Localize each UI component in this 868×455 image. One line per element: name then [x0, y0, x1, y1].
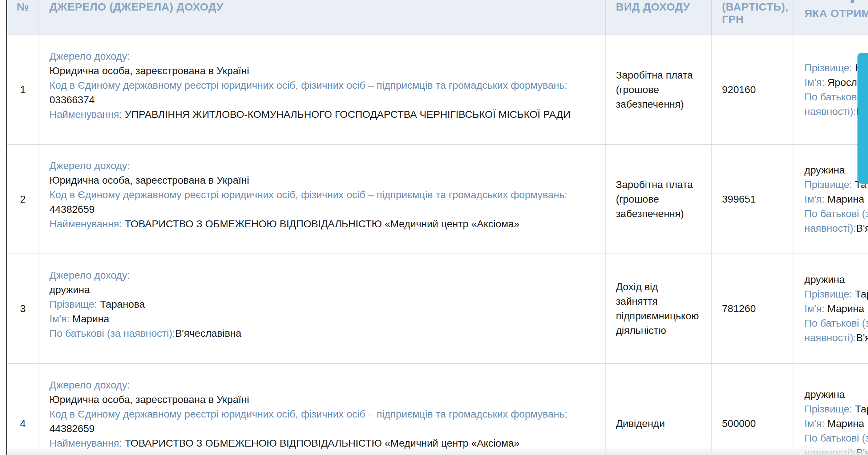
field-value: 44382659 — [49, 423, 95, 434]
field-label: Ім'я: — [49, 313, 72, 324]
table-row: 2Джерело доходу:Юридична особа, зареєстр… — [7, 144, 868, 254]
field-label: Прізвище: — [804, 179, 855, 190]
field-label: Ім'я: — [804, 303, 827, 314]
field-label: Ім'я: — [804, 418, 827, 429]
source-line: Джерело доходу: — [49, 159, 594, 173]
declaration-income-table-page: № ДЖЕРЕЛО (ДЖЕРЕЛА) ДОХОДУ ВИД ДОХОДУ (В… — [0, 0, 868, 455]
field-label: По батькові (за наявності): — [49, 328, 175, 339]
recipient-cell: дружинаПрізвище: ТарІм'я: МаринаПо батьк… — [794, 254, 868, 363]
field-label: наявності): — [804, 106, 856, 117]
income-type-cell: Заробітна плата (грошове забезпечення) — [606, 35, 712, 144]
table-row: 1Джерело доходу:Юридична особа, зареєстр… — [7, 35, 868, 144]
income-source-cell: Джерело доходу:дружинаПрізвище: Таранова… — [39, 254, 606, 363]
recipient-cell: дружинаПрізвище: ТарІм'я: МаринаПо батьк… — [794, 364, 868, 455]
field-value: дружина — [49, 284, 90, 295]
income-source-cell: Джерело доходу:Юридична особа, зареєстро… — [39, 35, 606, 144]
bottom-fade — [7, 446, 868, 455]
field-value: Марина — [827, 418, 864, 429]
source-line: Код в Єдиному державному реєстрі юридичн… — [49, 407, 594, 422]
row-number: 1 — [7, 35, 39, 144]
source-line: Юридична особа, зареєстрована в Україні — [49, 173, 594, 188]
field-label: Прізвище: — [804, 403, 855, 415]
income-type-cell: Заробітна плата (грошове забезпечення) — [606, 145, 712, 254]
field-label: Прізвище: — [49, 299, 100, 310]
field-value: Тар — [855, 403, 868, 415]
field-label: Прізвище: — [804, 62, 855, 73]
field-value: 44382659 — [49, 204, 95, 215]
field-label: Код в Єдиному державному реєстрі юридичн… — [49, 189, 568, 200]
column-header-income-source-label: ДЖЕРЕЛО (ДЖЕРЕЛА) ДОХОДУ — [49, 1, 223, 13]
column-header-amount-line2: ГРН — [722, 13, 786, 25]
recipient-line: дружина — [804, 387, 868, 402]
field-label: По батькові (з — [804, 432, 868, 444]
table-row: 3Джерело доходу:дружинаПрізвище: Таранов… — [7, 254, 868, 363]
recipient-cell: Прізвище: КуІм'я: ЯрослаПо батькові наяв… — [794, 35, 868, 144]
recipient-line: По батькові (з — [804, 207, 868, 221]
field-label: Джерело доходу: — [49, 51, 130, 62]
field-value: 03366374 — [49, 94, 95, 105]
recipient-line: Ім'я: Марина — [804, 192, 868, 207]
recipient-line: По батькові (з — [804, 431, 868, 446]
source-line: 03366374 — [49, 93, 594, 107]
field-value: УПРАВЛІННЯ ЖИТЛОВО-КОМУНАЛЬНОГО ГОСПОДАР… — [125, 109, 571, 120]
field-label: Ім'я: — [804, 77, 827, 88]
field-value: дружина — [804, 164, 845, 176]
income-source-cell: Джерело доходу:Юридична особа, зареєстро… — [39, 364, 606, 455]
column-header-recipient-label: ЯКА ОТРИМ — [804, 7, 868, 19]
field-label: Код в Єдиному державному реєстрі юридичн… — [49, 408, 568, 420]
income-type-cell: Дохід від зайняття підприємницькою діяль… — [606, 254, 712, 363]
source-line: Джерело доходу: — [49, 268, 594, 283]
source-line: Юридична особа, зареєстрована в Україні — [49, 392, 594, 407]
source-line: 44382659 — [49, 202, 594, 217]
vertical-scrollbar-thumb[interactable] — [857, 53, 868, 184]
amount-cell: 781260 — [712, 254, 794, 363]
recipient-line: Прізвище: Тар — [804, 402, 868, 416]
source-line: Код в Єдиному державному реєстрі юридичн… — [49, 78, 594, 93]
amount-value: 781260 — [722, 303, 756, 315]
column-header-number: № — [7, 0, 39, 35]
field-value: ТОВАРИСТВО З ОБМЕЖЕНОЮ ВІДПОВІДАЛЬНІСТЮ … — [125, 218, 520, 230]
field-value: Марина — [72, 313, 109, 324]
source-line: дружина — [49, 283, 594, 297]
source-line: Джерело доходу: — [49, 49, 594, 64]
field-value: В'я — [856, 223, 868, 234]
field-label: Джерело доходу: — [49, 379, 130, 391]
field-label: наявності): — [804, 332, 856, 343]
amount-cell: 500000 — [712, 364, 794, 455]
row-number: 4 — [7, 364, 39, 455]
income-type: Заробітна плата (грошове забезпечення) — [616, 68, 701, 112]
income-type: Дохід від зайняття підприємницькою діяль… — [616, 280, 701, 338]
field-value: Таранова — [100, 299, 145, 310]
field-label: Код в Єдиному державному реєстрі юридичн… — [49, 80, 568, 91]
row-number: 2 — [7, 145, 39, 254]
field-value: В'ячеславівна — [175, 328, 241, 339]
income-type: Заробітна плата (грошове забезпечення) — [616, 177, 701, 221]
column-header-number-label: № — [17, 1, 29, 13]
source-line: Найменування: ТОВАРИСТВО З ОБМЕЖЕНОЮ ВІД… — [49, 217, 594, 231]
field-label: Ім'я: — [804, 193, 827, 205]
field-label: Джерело доходу: — [49, 160, 130, 171]
field-value: Юридична особа, зареєстрована в Україні — [49, 65, 249, 76]
recipient-line: дружина — [804, 272, 868, 287]
field-value: Марина — [827, 193, 864, 205]
recipient-line: По батькові (з — [804, 316, 868, 331]
amount-value: 500000 — [722, 418, 756, 430]
table-body: 1Джерело доходу:Юридична особа, зареєстр… — [7, 35, 868, 455]
recipient-line: наявності):В'я — [804, 331, 868, 345]
field-label: По батькові (з — [804, 318, 868, 329]
field-value: дружина — [804, 389, 845, 400]
table-header-row: № ДЖЕРЕЛО (ДЖЕРЕЛА) ДОХОДУ ВИД ДОХОДУ (В… — [7, 0, 868, 35]
source-line: Джерело доходу: — [49, 378, 594, 392]
column-header-income-type-label: ВИД ДОХОДУ — [616, 1, 690, 13]
row-number: 3 — [7, 254, 39, 363]
field-value: В'я — [856, 332, 868, 343]
field-value: Юридична особа, зареєстрована в Україні — [49, 394, 249, 405]
amount-value: 920160 — [722, 84, 756, 96]
source-line: Юридична особа, зареєстрована в Україні — [49, 64, 594, 78]
recipient-line: Ім'я: Марина — [804, 416, 868, 431]
field-label: По батькові — [804, 91, 859, 103]
source-line: 44382659 — [49, 422, 594, 436]
field-label: По батькові (з — [804, 208, 868, 219]
recipient-line: Прізвище: Тар — [804, 287, 868, 302]
income-type-cell: Дивіденди — [606, 364, 712, 455]
